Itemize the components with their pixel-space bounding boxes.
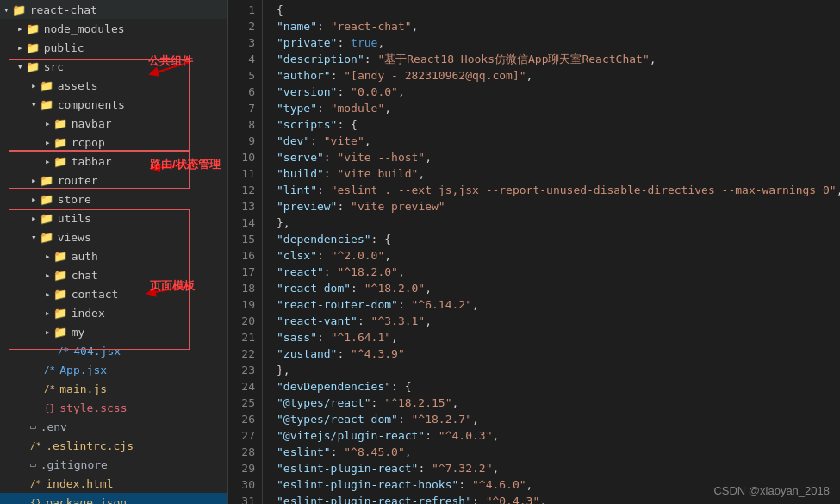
code-line: "eslint-plugin-react": "^7.32.2",: [277, 460, 840, 476]
code-line: "react": "^18.2.0",: [277, 264, 840, 280]
code-line: "@types/react-dom": "^18.2.7",: [277, 411, 840, 427]
code-line: "react-router-dom": "^6.14.2",: [277, 296, 840, 313]
tree-item-store[interactable]: ▸📁store: [0, 190, 227, 208]
tree-item-src[interactable]: ▾📁src: [0, 57, 227, 76]
code-line: "lint": "eslint . --ext js,jsx --report-…: [277, 182, 840, 198]
code-line: },: [277, 215, 840, 231]
file-tree: ▾📁react-chat▸📁node_modules▸📁public▾📁src▸…: [0, 0, 227, 504]
tree-item-gitignore[interactable]: ▭.gitignore: [0, 455, 227, 474]
tree-item-mainJs[interactable]: /*main.js: [0, 379, 227, 398]
code-line: },: [277, 362, 840, 378]
editor-panel: 1234567891011121314151617181920212223242…: [228, 0, 840, 504]
tree-item-packageJson[interactable]: {}package.json: [0, 493, 227, 504]
tree-item-auth[interactable]: ▸📁auth: [0, 246, 227, 265]
tree-item-index[interactable]: ▸📁index: [0, 303, 227, 322]
tree-item-404jsx[interactable]: /*404.jsx: [0, 341, 227, 360]
code-line: "react-dom": "^18.2.0",: [277, 280, 840, 296]
tree-item-navbar[interactable]: ▸📁navbar: [0, 114, 227, 133]
code-line: "clsx": "^2.0.0",: [277, 247, 840, 264]
line-numbers: 1234567891011121314151617181920212223242…: [228, 0, 263, 504]
tree-item-styleCss[interactable]: {}style.scss: [0, 398, 227, 417]
tree-item-components[interactable]: ▾📁components: [0, 95, 227, 114]
code-line: "name": "react-chat",: [277, 18, 840, 34]
code-line: "serve": "vite --host",: [277, 149, 840, 165]
code-line: "dev": "vite",: [277, 133, 840, 149]
tree-item-public[interactable]: ▸📁public: [0, 38, 227, 57]
code-line: "type": "module",: [277, 100, 840, 116]
code-line: "zustand": "^4.3.9": [277, 345, 840, 362]
tree-item-react-chat[interactable]: ▾📁react-chat: [0, 0, 227, 19]
tree-item-rcpop[interactable]: ▸📁rcpop: [0, 133, 227, 152]
code-line: "@vitejs/plugin-react": "^4.0.3",: [277, 427, 840, 444]
code-line: "author": "[andy - 282310962@qq.com]",: [277, 67, 840, 84]
code-line: "sass": "^1.64.1",: [277, 329, 840, 345]
tree-item-contact[interactable]: ▸📁contact: [0, 284, 227, 303]
tree-item-AppJsx[interactable]: /*App.jsx: [0, 360, 227, 379]
tree-item-utils[interactable]: ▸📁utils: [0, 208, 227, 227]
code-line: "dependencies": {: [277, 231, 840, 247]
code-area: { "name": "react-chat", "private": true,…: [263, 0, 840, 504]
tree-item-env[interactable]: ▭.env: [0, 417, 227, 436]
tree-item-my[interactable]: ▸📁my: [0, 322, 227, 341]
code-line: "react-vant": "^3.3.1",: [277, 313, 840, 329]
editor-content: 1234567891011121314151617181920212223242…: [228, 0, 840, 504]
code-line: "description": "基于React18 Hooks仿微信App聊天室…: [277, 51, 840, 67]
code-line: "scripts": {: [277, 116, 840, 133]
code-line: "devDependencies": {: [277, 378, 840, 395]
tree-item-indexHtml[interactable]: /*index.html: [0, 474, 227, 493]
tree-item-views[interactable]: ▾📁views: [0, 227, 227, 246]
code-line: "preview": "vite preview": [277, 198, 840, 215]
code-line: {: [277, 2, 840, 18]
code-line: "version": "0.0.0",: [277, 84, 840, 100]
sidebar[interactable]: 公共组件 路由/状态管理 页面模板 ▾📁react-chat▸📁node_mod…: [0, 0, 228, 504]
tree-item-eslintrc[interactable]: /*.eslintrc.cjs: [0, 436, 227, 455]
watermark: CSDN @xiaoyan_2018: [713, 484, 830, 497]
code-line: "build": "vite build",: [277, 165, 840, 182]
code-line: "@types/react": "^18.2.15",: [277, 395, 840, 411]
tree-item-tabbar[interactable]: ▸📁tabbar: [0, 152, 227, 171]
tree-item-router[interactable]: ▸📁router: [0, 171, 227, 190]
tree-item-chat[interactable]: ▸📁chat: [0, 265, 227, 284]
tree-item-node_modules[interactable]: ▸📁node_modules: [0, 19, 227, 38]
code-line: "eslint": "^8.45.0",: [277, 444, 840, 460]
tree-item-assets[interactable]: ▸📁assets: [0, 76, 227, 95]
code-line: "private": true,: [277, 34, 840, 51]
